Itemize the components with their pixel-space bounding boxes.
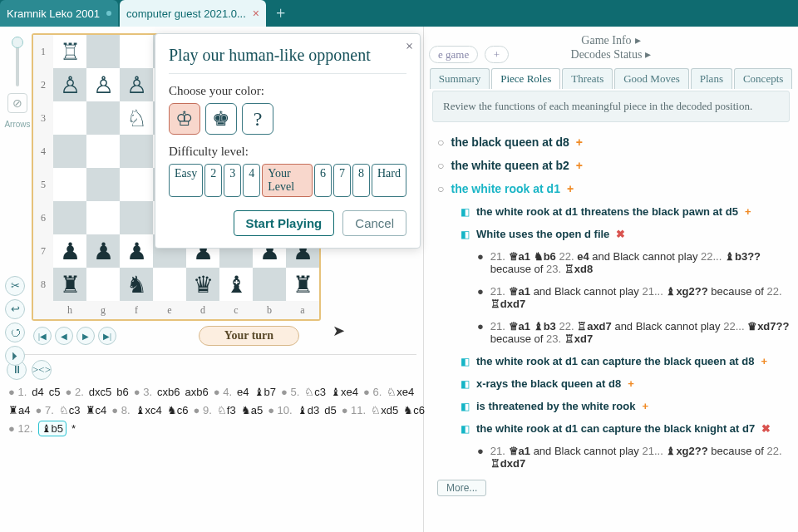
square[interactable] [53, 135, 86, 168]
expand-icon[interactable]: + [576, 135, 583, 149]
refresh-button[interactable]: ⭯ [5, 323, 25, 342]
nav-next[interactable]: ▶ [76, 327, 95, 345]
square[interactable]: ♙ [120, 68, 153, 101]
move[interactable]: ♝xc4 [135, 404, 162, 416]
move[interactable]: ♘xe4 [387, 386, 414, 398]
square[interactable]: ♖ [53, 35, 86, 68]
undo-button[interactable]: ↩ [5, 299, 25, 319]
square[interactable] [120, 201, 153, 234]
piece-icon[interactable]: ♟ [60, 238, 81, 265]
piece-icon[interactable]: ♝ [226, 271, 247, 298]
move[interactable]: d5 [324, 404, 336, 416]
difficulty-4[interactable]: 4 [243, 164, 260, 197]
square[interactable] [86, 101, 120, 135]
square[interactable] [120, 135, 153, 168]
move[interactable]: ♜a4 [8, 404, 30, 416]
tab-computer-guest[interactable]: computer guest 2021.0... × [120, 0, 266, 27]
collapse-icon[interactable]: ✖ [761, 422, 771, 435]
piece-icon[interactable]: ♘ [126, 105, 147, 132]
difficulty-8[interactable]: 8 [352, 164, 370, 197]
play-button[interactable]: ⏵ [5, 346, 25, 366]
square[interactable] [120, 35, 153, 68]
collapse-icon[interactable]: ✖ [616, 228, 625, 240]
piece-icon[interactable]: ♞ [126, 271, 147, 298]
move-notation[interactable]: ● 1.d4c5● 2.dxc5b6● 3.cxb6axb6● 4.e4♝b7●… [0, 380, 423, 441]
move[interactable]: ♞c6 [167, 404, 189, 416]
variation-line[interactable]: ● 21. ♕a1 and Black cannot play 21... ♝x… [477, 440, 791, 475]
list-subitem[interactable]: ◧ White uses the open d file ✖ [461, 223, 791, 245]
square[interactable]: ♟ [120, 234, 153, 268]
square[interactable] [86, 35, 120, 68]
variation-line[interactable]: ● 21. ♕a1 and Black cannot play 21... ♝x… [477, 280, 791, 315]
difficulty-3[interactable]: 3 [224, 164, 241, 197]
tab-threats[interactable]: Threats [562, 68, 613, 89]
square[interactable]: ♝ [219, 268, 253, 301]
modal-close-button[interactable]: × [406, 39, 413, 54]
tab-concepts[interactable]: Concepts [734, 68, 792, 89]
move[interactable]: dxc5 [89, 386, 111, 398]
move[interactable]: cxb6 [157, 386, 180, 398]
square[interactable] [86, 135, 120, 168]
list-subitem[interactable]: ◧ x-rays the black queen at d8 + [461, 372, 791, 395]
tab-summary[interactable]: Summary [430, 68, 490, 89]
nav-prev[interactable]: ◀ [55, 327, 73, 345]
tab-plans[interactable]: Plans [691, 68, 732, 89]
difficulty-your-level[interactable]: Your Level [262, 164, 313, 197]
peek-add-pill[interactable]: + [485, 46, 509, 63]
move[interactable]: ♜c4 [86, 404, 107, 416]
nav-first[interactable]: |◀ [33, 327, 52, 345]
piece-icon[interactable]: ♟ [126, 238, 147, 265]
square[interactable]: ♘ [120, 101, 153, 135]
piece-roles-list[interactable]: ○ the black queen at d8 +○ the white que… [424, 131, 798, 503]
cut-button[interactable]: ✂ [5, 276, 25, 296]
piece-icon[interactable]: ♛ [193, 271, 214, 298]
list-item[interactable]: ○ the white queen at b2 + [437, 154, 791, 177]
move[interactable]: ♝d3 [298, 404, 319, 416]
piece-icon[interactable]: ♜ [60, 271, 81, 298]
list-subitem[interactable]: ◧ the white rook at d1 can capture the b… [461, 417, 791, 440]
variation-line[interactable]: ● 21. ♕a1 ♝b3 22. ♖axd7 and Black cannot… [477, 315, 791, 350]
square[interactable] [53, 201, 86, 234]
peek-game-pill[interactable]: e game [429, 46, 478, 63]
piece-icon[interactable]: ♜ [293, 271, 313, 298]
color-black-button[interactable]: ♚ [205, 103, 237, 135]
variation-line[interactable]: ● 21. ♕a1 ♞b6 22. e4 and Black cannot pl… [477, 245, 791, 280]
difficulty-hard[interactable]: Hard [372, 164, 406, 197]
list-subitem[interactable]: ◧ is threatened by the white rook + [461, 395, 791, 417]
expand-icon[interactable]: + [761, 355, 767, 367]
difficulty-easy[interactable]: Easy [169, 164, 203, 197]
square[interactable] [86, 168, 120, 201]
difficulty-2[interactable]: 2 [204, 164, 222, 197]
square[interactable] [53, 101, 86, 135]
move[interactable]: d4 [32, 386, 43, 398]
nav-last[interactable]: ▶| [98, 327, 116, 345]
move[interactable]: ♘xd5 [371, 404, 398, 416]
square[interactable]: ♜ [53, 268, 86, 301]
piece-icon[interactable]: ♟ [93, 238, 114, 265]
square[interactable]: ♙ [86, 68, 120, 101]
tab-piece-roles[interactable]: Piece Roles [491, 68, 560, 89]
decodes-status-link[interactable]: Decodes Status [571, 48, 643, 62]
move[interactable]: ♘c3 [59, 404, 81, 416]
square[interactable] [53, 168, 86, 201]
move[interactable]: b6 [116, 386, 128, 398]
list-item[interactable]: ○ the black queen at d8 + [437, 131, 791, 154]
start-playing-button[interactable]: Start Playing [234, 210, 335, 236]
more-button[interactable]: More... [437, 480, 486, 496]
square[interactable] [253, 268, 286, 301]
expand-icon[interactable]: + [567, 182, 574, 195]
list-subitem[interactable]: ◧ the white rook at d1 can capture the b… [461, 350, 791, 372]
move[interactable]: ♝xe4 [331, 386, 358, 398]
square[interactable]: ♛ [186, 268, 219, 301]
color-white-button[interactable]: ♔ [169, 103, 200, 135]
square[interactable]: ♟ [86, 234, 120, 268]
list-subitem[interactable]: ◧ the white rook at d1 threatens the bla… [461, 200, 791, 223]
move[interactable]: c5 [49, 386, 61, 398]
move[interactable]: * [71, 422, 76, 435]
expand-icon[interactable]: + [642, 400, 648, 412]
piece-icon[interactable]: ♖ [60, 38, 81, 66]
arrow-density-slider[interactable] [16, 37, 19, 86]
square[interactable]: ♙ [53, 68, 86, 101]
move[interactable]: ♘f3 [217, 404, 236, 416]
difficulty-6[interactable]: 6 [314, 164, 332, 197]
